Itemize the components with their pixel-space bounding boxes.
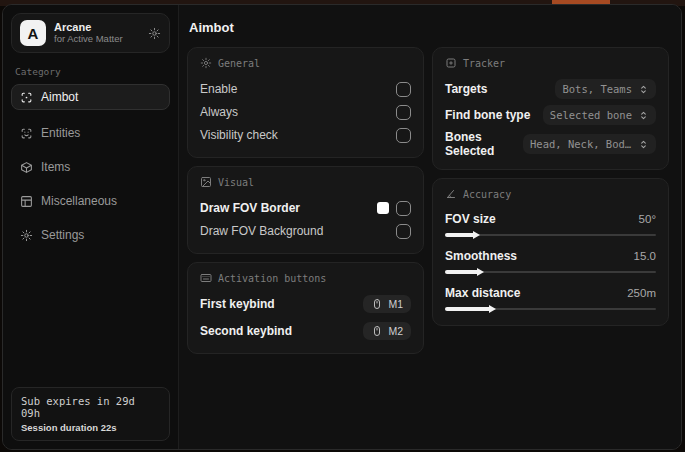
main-content: Aimbot General Enable	[179, 5, 681, 449]
section-title: Visual	[218, 177, 254, 188]
cube-icon	[20, 161, 33, 174]
chevrons-up-down-icon	[638, 84, 649, 95]
fov-size-value: 50°	[639, 213, 656, 225]
activation-card: Activation buttons First keybind M1	[187, 262, 424, 354]
enable-checkbox[interactable]	[396, 82, 411, 97]
second-keybind-button[interactable]: M2	[363, 322, 411, 340]
app-logo: A	[20, 20, 46, 46]
sidebar-item-label: Miscellaneous	[41, 194, 117, 208]
find-bone-type-dropdown[interactable]: Selected bone	[543, 105, 656, 125]
slider-thumb[interactable]	[477, 268, 484, 276]
mouse-icon	[371, 325, 383, 337]
category-nav: Aimbot Entities Items Miscellaneous	[11, 84, 170, 250]
accuracy-card: Accuracy FOV size 50°	[432, 178, 669, 326]
setting-row-always: Always	[200, 101, 411, 123]
setting-row-targets: Targets Bots, Teams	[445, 78, 656, 100]
setting-row-find-bone-type: Find bone type Selected bone	[445, 104, 656, 126]
sidebar-item-miscellaneous[interactable]: Miscellaneous	[11, 186, 170, 216]
visibility-check-checkbox[interactable]	[396, 128, 411, 143]
targets-dropdown[interactable]: Bots, Teams	[555, 79, 656, 99]
sidebar-item-items[interactable]: Items	[11, 152, 170, 182]
setting-row-enable: Enable	[200, 78, 411, 100]
dropdown-value: Bots, Teams	[562, 83, 632, 95]
brand-card: A Arcane for Active Matter	[11, 13, 170, 53]
sidebar-item-label: Settings	[41, 228, 84, 242]
focus-target-icon	[445, 57, 457, 69]
dropdown-value: Selected bone	[550, 109, 632, 121]
sidebar-item-entities[interactable]: Entities	[11, 118, 170, 148]
setting-row-max-distance: Max distance 250m	[445, 283, 656, 314]
keyboard-icon	[200, 272, 212, 284]
bones-selected-dropdown[interactable]: Head, Neck, Body, Pe..	[523, 134, 656, 154]
gear-icon	[200, 57, 212, 69]
fov-border-checkbox[interactable]	[396, 201, 411, 216]
tracker-card: Tracker Targets Bots, Teams	[432, 47, 669, 170]
chevrons-up-down-icon	[638, 139, 649, 150]
max-distance-slider[interactable]	[445, 304, 656, 314]
setting-row-visibility-check: Visibility check	[200, 124, 411, 146]
sidebar-item-label: Items	[41, 160, 70, 174]
setting-row-fov-background: Draw FOV Background	[200, 220, 411, 242]
setting-row-smoothness: Smoothness 15.0	[445, 246, 656, 277]
layout-panels-icon	[20, 195, 33, 208]
fov-border-color-swatch[interactable]	[377, 202, 389, 214]
category-label: Category	[15, 66, 166, 77]
setting-row-fov-border: Draw FOV Border	[200, 197, 411, 219]
section-title: Accuracy	[463, 189, 511, 200]
app-name: Arcane	[54, 21, 140, 34]
image-icon	[200, 176, 212, 188]
slider-thumb[interactable]	[489, 305, 496, 313]
keybind-value: M2	[388, 325, 403, 337]
page-title: Aimbot	[189, 20, 669, 35]
sub-expiry-text: Sub expires in 29d 09h	[21, 395, 160, 419]
crosshair-scan-icon	[20, 91, 33, 104]
setting-row-second-keybind: Second keybind M2	[200, 320, 411, 342]
section-title: Tracker	[463, 58, 505, 69]
general-card: General Enable Always Visibility check	[187, 47, 424, 158]
sidebar-item-label: Entities	[41, 126, 80, 140]
setting-row-first-keybind: First keybind M1	[200, 293, 411, 315]
section-title: General	[218, 58, 260, 69]
fov-background-checkbox[interactable]	[396, 224, 411, 239]
visual-card: Visual Draw FOV Border Draw FOV Backgrou…	[187, 166, 424, 254]
setting-row-fov-size: FOV size 50°	[445, 209, 656, 240]
app-subtitle: for Active Matter	[54, 34, 140, 45]
subscription-info: Sub expires in 29d 09h Session duration …	[11, 387, 170, 441]
mouse-icon	[371, 298, 383, 310]
cheat-menu-window: A Arcane for Active Matter Category Aimb…	[2, 4, 682, 450]
first-keybind-button[interactable]: M1	[363, 295, 411, 313]
scan-face-icon	[20, 127, 33, 140]
gear-icon[interactable]	[148, 27, 161, 40]
slider-thumb[interactable]	[473, 231, 480, 239]
keybind-value: M1	[388, 298, 403, 310]
angle-icon	[445, 188, 457, 200]
gear-icon	[20, 229, 33, 242]
max-distance-value: 250m	[627, 287, 656, 299]
dropdown-value: Head, Neck, Body, Pe..	[530, 138, 632, 150]
setting-row-bones-selected: Bones Selected Head, Neck, Body, Pe..	[445, 130, 656, 158]
fov-size-slider[interactable]	[445, 230, 656, 240]
section-title: Activation buttons	[218, 273, 326, 284]
sidebar-item-aimbot[interactable]: Aimbot	[11, 84, 170, 110]
sidebar-item-settings[interactable]: Settings	[11, 220, 170, 250]
sidebar-item-label: Aimbot	[41, 90, 78, 104]
chevrons-up-down-icon	[638, 110, 649, 121]
smoothness-slider[interactable]	[445, 267, 656, 277]
smoothness-value: 15.0	[634, 250, 656, 262]
session-duration-text: Session duration 22s	[21, 422, 160, 433]
sidebar: A Arcane for Active Matter Category Aimb…	[3, 5, 179, 449]
always-checkbox[interactable]	[396, 105, 411, 120]
